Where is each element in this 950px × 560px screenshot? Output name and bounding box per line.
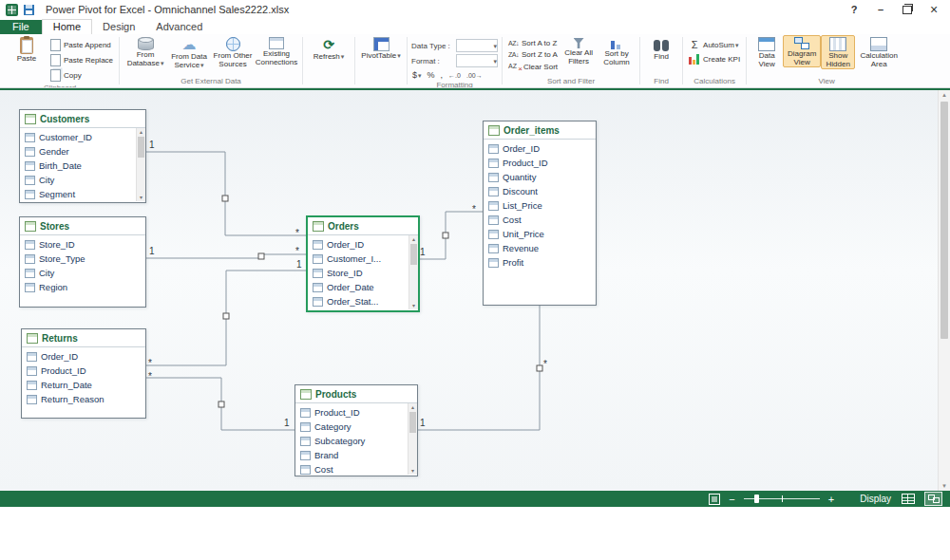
field-order_id[interactable]: Order_ID [308, 237, 408, 252]
entity-header[interactable]: Returns [22, 329, 145, 347]
tab-file[interactable]: File [0, 20, 42, 34]
field-subcategory[interactable]: Subcategory [295, 434, 408, 448]
scroll-down-icon[interactable]: ▾ [408, 467, 417, 475]
grid-view-toggle[interactable] [900, 493, 916, 505]
minimize-button[interactable] [870, 2, 891, 17]
existing-connections-button[interactable]: Existing Connections [255, 35, 298, 66]
field-list_price[interactable]: List_Price [484, 198, 596, 213]
data-type-dropdown[interactable] [456, 39, 498, 52]
paste-replace-button[interactable]: Paste Replace [48, 53, 115, 67]
scroll-up-icon[interactable]: ▴ [408, 403, 417, 411]
field-quantity[interactable]: Quantity [484, 170, 596, 184]
data-view-button[interactable]: Data View [750, 35, 783, 68]
field-gender[interactable]: Gender [20, 144, 136, 159]
field-store_type[interactable]: Store_Type [20, 252, 145, 266]
clear-sort-button[interactable]: Clear Sort [506, 61, 560, 72]
scroll-down-icon[interactable]: ▾ [137, 194, 145, 201]
scroll-up-icon[interactable]: ▴ [137, 128, 145, 136]
diagram-canvas[interactable]: 1*1**1*11*1* CustomersCustomer_IDGenderB… [0, 88, 950, 491]
canvas-vertical-scrollbar[interactable]: ▴ ▾ [938, 90, 950, 491]
entity-scrollbar-thumb[interactable] [138, 137, 144, 158]
entity-scrollbar-thumb[interactable] [410, 244, 417, 265]
autosum-button[interactable]: AutoSum [687, 38, 742, 51]
field-store_id[interactable]: Store_ID [308, 266, 408, 280]
scrollbar-thumb[interactable] [940, 102, 948, 339]
scroll-down-icon[interactable]: ▾ [409, 302, 418, 309]
field-customer_id[interactable]: Customer_ID [20, 130, 136, 144]
field-order_stat[interactable]: Order_Stat... [308, 294, 408, 308]
format-dropdown[interactable] [456, 54, 498, 67]
fit-to-screen-icon[interactable] [709, 494, 720, 505]
field-birth_date[interactable]: Birth_Date [20, 159, 136, 173]
field-product_id[interactable]: Product_ID [484, 156, 596, 170]
entity-table-order_items[interactable]: Order_itemsOrder_IDProduct_IDQuantityDis… [483, 121, 597, 306]
entity-scrollbar[interactable]: ▴▾ [136, 128, 145, 201]
increase-decimal-button[interactable] [447, 72, 462, 79]
zoom-in-button[interactable] [828, 494, 834, 505]
entity-header[interactable]: Stores [20, 217, 145, 235]
field-return_reason[interactable]: Return_Reason [22, 392, 145, 406]
field-city[interactable]: City [20, 173, 136, 187]
field-region[interactable]: Region [20, 280, 145, 294]
currency-format-button[interactable]: $ [411, 70, 423, 80]
field-order_date[interactable]: Order_Date [308, 280, 408, 294]
field-category[interactable]: Category [295, 420, 408, 434]
clear-all-filters-button[interactable]: Clear All Filters [560, 35, 598, 65]
entity-scrollbar[interactable]: ▴▾ [408, 403, 417, 475]
save-icon[interactable] [24, 5, 34, 15]
field-order_id[interactable]: Order_ID [22, 349, 145, 364]
entity-scrollbar-thumb[interactable] [409, 412, 416, 433]
entity-table-customers[interactable]: CustomersCustomer_IDGenderBirth_DateCity… [19, 109, 146, 203]
field-discount[interactable]: Discount [484, 184, 596, 198]
paste-button[interactable]: Paste [5, 35, 48, 63]
thousands-separator-button[interactable]: , [440, 70, 445, 80]
tab-advanced[interactable]: Advanced [145, 20, 213, 34]
entity-header[interactable]: Customers [20, 110, 145, 128]
field-unit_price[interactable]: Unit_Price [484, 227, 596, 241]
entity-table-stores[interactable]: StoresStore_IDStore_TypeCityRegion [19, 216, 146, 308]
entity-header[interactable]: Products [295, 385, 417, 403]
scroll-up-icon[interactable]: ▴ [409, 235, 418, 243]
field-store_id[interactable]: Store_ID [20, 237, 145, 252]
diagram-view-button[interactable]: Diagram View [783, 35, 821, 67]
find-button[interactable]: Find [644, 35, 678, 61]
from-data-service-button[interactable]: From Data Service [167, 35, 211, 69]
restore-button[interactable] [897, 2, 918, 17]
sort-by-column-button[interactable]: Sort by Column [598, 35, 636, 66]
field-revenue[interactable]: Revenue [484, 241, 596, 255]
entity-header[interactable]: Orders [308, 217, 418, 235]
entity-table-returns[interactable]: ReturnsOrder_IDProduct_IDReturn_DateRetu… [21, 328, 146, 419]
field-brand[interactable]: Brand [295, 448, 408, 462]
entity-table-orders[interactable]: OrdersOrder_IDCustomer_I...Store_IDOrder… [306, 215, 420, 312]
decrease-decimal-button[interactable] [466, 72, 484, 79]
entity-header[interactable]: Order_items [484, 121, 596, 140]
calculation-area-button[interactable]: Calculation Area [855, 35, 902, 68]
create-kpi-button[interactable]: Create KPI [687, 52, 742, 65]
field-customer_i[interactable]: Customer_I... [308, 252, 408, 266]
entity-scrollbar[interactable]: ▴▾ [408, 235, 418, 309]
scroll-down-icon[interactable]: ▾ [939, 481, 950, 491]
tab-home[interactable]: Home [42, 19, 92, 34]
paste-append-button[interactable]: Paste Append [48, 38, 115, 52]
show-hidden-button[interactable]: Show Hidden [821, 35, 855, 69]
zoom-slider[interactable] [744, 495, 820, 503]
diagram-view-toggle[interactable] [924, 492, 942, 506]
from-other-sources-button[interactable]: From Other Sources [211, 35, 255, 68]
close-button[interactable] [923, 2, 944, 17]
percent-format-button[interactable]: % [427, 70, 436, 80]
field-city[interactable]: City [20, 266, 145, 280]
zoom-out-button[interactable] [729, 494, 734, 505]
field-cost[interactable]: Cost [295, 462, 408, 476]
pivottable-button[interactable]: PivotTable [359, 35, 403, 60]
help-button[interactable] [844, 2, 864, 17]
from-database-button[interactable]: From Database [124, 35, 167, 67]
zoom-slider-thumb[interactable] [754, 495, 759, 503]
field-return_date[interactable]: Return_Date [22, 378, 145, 392]
sort-a-to-z-button[interactable]: Sort A to Z [506, 38, 560, 48]
field-cost[interactable]: Cost [484, 213, 596, 227]
field-segment[interactable]: Segment [20, 187, 136, 201]
scroll-up-icon[interactable]: ▴ [939, 90, 950, 100]
field-profit[interactable]: Profit [484, 255, 596, 270]
entity-table-products[interactable]: ProductsProduct_IDCategorySubcategoryBra… [294, 384, 418, 476]
refresh-button[interactable]: Refresh [307, 35, 351, 61]
